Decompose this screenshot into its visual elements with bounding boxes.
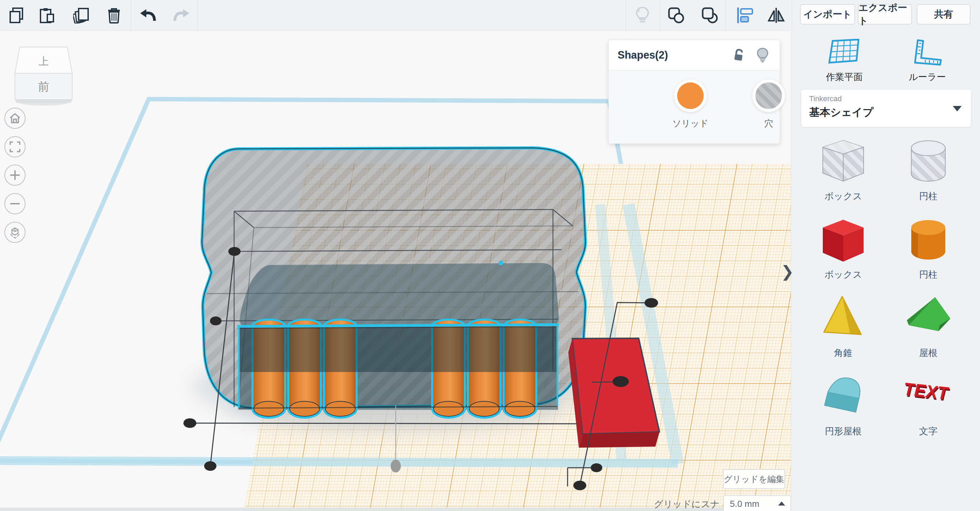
shape-label: 円柱 xyxy=(886,268,971,281)
ortho-view-icon[interactable] xyxy=(5,222,25,243)
ruler-label: ルーラー xyxy=(890,71,965,83)
chevron-up-icon xyxy=(778,501,785,506)
shape-tile-pyramid[interactable]: 角錐 xyxy=(801,293,886,359)
tinkercad-editor: インポート エクスポート 共有 上 前 Shapes(2) xyxy=(0,0,980,511)
group-icon[interactable] xyxy=(667,6,685,24)
home-icon[interactable] xyxy=(5,108,25,129)
solid-material-swatch[interactable] xyxy=(674,79,707,112)
zoom-out-icon[interactable] xyxy=(5,193,25,214)
lightbulb-icon[interactable] xyxy=(756,48,769,64)
align-icon[interactable] xyxy=(737,6,754,24)
ungroup-icon[interactable] xyxy=(701,6,719,24)
shape-tile-hole-cylinder[interactable]: 円柱 xyxy=(886,136,971,202)
edit-grid-button[interactable]: グリッドを編集 xyxy=(723,469,785,489)
hole-material-swatch[interactable] xyxy=(752,79,785,112)
toolbar-separator xyxy=(626,0,626,31)
view-cube[interactable]: 上 前 xyxy=(10,41,78,109)
chevron-down-icon xyxy=(953,106,962,112)
toolbar-separator xyxy=(725,0,726,31)
shape-gallery: ボックス 円柱 ボックス xyxy=(801,136,971,438)
delete-icon[interactable] xyxy=(105,6,123,24)
view-cube-front-face[interactable]: 前 xyxy=(10,79,78,95)
paste-icon[interactable] xyxy=(38,6,56,24)
workplane-label: 作業平面 xyxy=(807,71,882,83)
undo-icon[interactable] xyxy=(139,6,157,24)
shape-label: 文字 xyxy=(886,425,971,438)
import-button[interactable]: インポート xyxy=(800,4,855,24)
shape-library-dropdown[interactable]: Tinkercad 基本シェイプ xyxy=(801,89,972,128)
selection-panel: Shapes(2) ソリッド 穴 xyxy=(608,40,780,144)
shape-tile-roof[interactable]: 屋根 xyxy=(886,293,971,359)
box-thumbnail xyxy=(818,215,869,266)
shape-label: 角錐 xyxy=(801,347,886,359)
roof-thumbnail xyxy=(903,293,954,344)
cylinder-thumbnail xyxy=(903,215,954,266)
workplane-icon xyxy=(828,39,861,66)
library-selected: 基本シェイプ xyxy=(809,105,873,120)
share-button[interactable]: 共有 xyxy=(917,4,970,24)
ruler-icon xyxy=(911,39,943,66)
toolbar-separator xyxy=(659,0,660,31)
fit-view-icon[interactable] xyxy=(5,136,25,157)
selection-panel-title: Shapes(2) xyxy=(617,49,668,61)
unlock-icon[interactable] xyxy=(732,48,746,63)
top-face-midpoint-handle[interactable] xyxy=(498,260,503,265)
inner-box-front-wall xyxy=(238,326,558,372)
snap-grid-value: 5.0 mm xyxy=(730,499,759,509)
solid-material-label: ソリッド xyxy=(656,118,724,129)
hole-box-thumbnail xyxy=(818,136,869,187)
view-cube-top-face[interactable]: 上 xyxy=(10,54,78,69)
shape-label: 円柱 xyxy=(886,190,971,202)
snap-to-grid-label: グリッドにスナップ xyxy=(648,498,720,511)
shape-tile-hole-box[interactable]: ボックス xyxy=(801,136,886,202)
pyramid-thumbnail xyxy=(818,293,869,344)
show-all-icon[interactable] xyxy=(633,6,651,24)
shape-label: ボックス xyxy=(801,268,886,281)
duplicate-icon[interactable] xyxy=(73,6,90,24)
top-toolbar: インポート エクスポート 共有 xyxy=(0,0,980,31)
hole-cylinder-thumbnail xyxy=(903,136,954,187)
shape-tile-text[interactable]: TEXT TEXT 文字 xyxy=(886,371,971,438)
shape-label: ボックス xyxy=(801,190,886,202)
ruler-tool[interactable]: ルーラー xyxy=(890,39,965,83)
zoom-in-icon[interactable] xyxy=(5,164,25,186)
mirror-icon[interactable] xyxy=(767,6,785,24)
toolbar-separator xyxy=(197,0,198,31)
shape-label: 屋根 xyxy=(886,347,971,359)
rotation-handle[interactable] xyxy=(391,460,401,473)
round-roof-thumbnail xyxy=(818,371,869,422)
library-brand: Tinkercad xyxy=(809,94,842,103)
right-sidebar: 作業平面 ルーラー Tinkercad 基本シェイプ ボックス xyxy=(791,31,980,511)
export-button[interactable]: エクスポート xyxy=(858,4,912,24)
redo-icon[interactable] xyxy=(172,6,190,24)
workplane-tool[interactable]: 作業平面 xyxy=(807,39,882,83)
toolbar-separator xyxy=(130,0,131,31)
sidebar-collapse-chevron[interactable]: ❯ xyxy=(780,260,795,283)
shape-tile-cylinder[interactable]: 円柱 xyxy=(886,215,971,281)
text-thumbnail: TEXT TEXT xyxy=(903,371,954,422)
shape-tile-round-roof[interactable]: 円形屋根 xyxy=(801,371,886,438)
shape-tile-box[interactable]: ボックス xyxy=(801,215,886,281)
toolbar-separator xyxy=(792,0,792,31)
selection-footprint-bottom-band xyxy=(0,461,678,463)
snap-grid-select[interactable]: 5.0 mm xyxy=(723,495,791,511)
copy-icon[interactable] xyxy=(8,6,25,24)
shape-label: 円形屋根 xyxy=(801,425,886,438)
